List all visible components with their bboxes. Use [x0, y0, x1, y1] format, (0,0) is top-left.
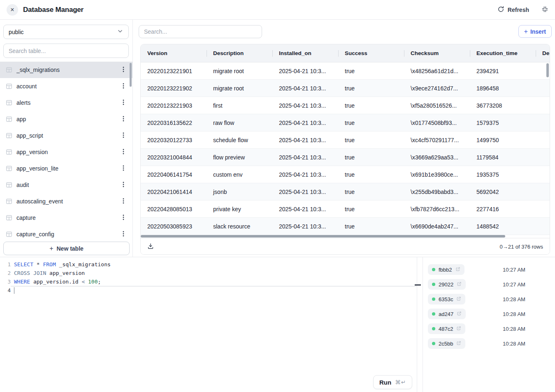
column-header[interactable]: Description — [207, 44, 272, 62]
download-button[interactable] — [147, 243, 154, 251]
kebab-icon — [123, 83, 124, 90]
table-row[interactable]: 20220320122733schedule flow2025-04-21 10… — [141, 131, 550, 149]
column-header[interactable]: Installed_on — [272, 44, 338, 62]
sidebar: public _sqlx_migrationsaccountalertsappa… — [0, 20, 133, 257]
schema-select-value: public — [9, 29, 24, 35]
history-run-pill[interactable]: 29022 — [428, 279, 466, 290]
column-header[interactable]: Version — [141, 44, 207, 62]
table-cell: 2025-04-21 10:3... — [272, 80, 338, 97]
table-cell: 20220123221903 — [141, 97, 207, 114]
sql-editor[interactable]: 1SELECT * FROM _sqlx_migrations2CROSS JO… — [0, 257, 417, 392]
table-menu-button[interactable] — [120, 65, 127, 75]
close-button[interactable]: × — [7, 4, 18, 16]
table-name: account — [16, 83, 116, 90]
code-line[interactable]: 1SELECT * FROM _sqlx_migrations — [0, 260, 417, 269]
schema-select[interactable]: public — [3, 25, 129, 39]
column-header[interactable]: Dele — [536, 44, 550, 62]
history-run-pill[interactable]: 2c5bb — [428, 338, 465, 349]
sidebar-item-table[interactable]: app_version_lite — [0, 160, 132, 177]
divider-grip[interactable] — [415, 284, 421, 286]
sidebar-item-table[interactable]: autoscaling_event — [0, 193, 132, 210]
table-row[interactable]: 20220321004844flow preview2025-04-21 10:… — [141, 149, 550, 166]
table-cell: 20220316135622 — [141, 114, 207, 131]
sql-token: FROM — [43, 261, 56, 267]
sidebar-item-table[interactable]: app — [0, 111, 132, 127]
history-run-pill[interactable]: fbbb2 — [428, 264, 464, 275]
sql-token — [85, 279, 88, 285]
code-line[interactable]: 3WHERE app_version.id < 100; — [0, 277, 417, 286]
table-menu-button[interactable] — [120, 148, 127, 157]
table-cell: 2025-04-21 10:3... — [272, 166, 338, 183]
table-name: capture_config — [16, 231, 116, 238]
history-run-pill[interactable]: 487c2 — [428, 323, 465, 334]
new-table-button[interactable]: + New table — [3, 242, 130, 255]
sidebar-item-table[interactable]: app_version — [0, 144, 132, 160]
table-row[interactable]: 20220406141754custom env2025-04-21 10:3.… — [141, 166, 550, 183]
table-menu-button[interactable] — [120, 164, 127, 173]
table-name: capture — [16, 214, 116, 221]
collapse-button[interactable] — [541, 6, 548, 14]
column-label: Description — [213, 50, 244, 56]
table-menu-button[interactable] — [120, 131, 127, 141]
table-menu-button[interactable] — [120, 197, 127, 206]
history-run-pill[interactable]: ad247 — [428, 309, 466, 319]
table-menu-button[interactable] — [120, 82, 127, 91]
status-dot — [432, 268, 435, 271]
table-cell: flow preview — [207, 149, 272, 166]
table-row[interactable]: 20220123221902migrate root2025-04-21 10:… — [141, 80, 550, 97]
table-cell: slack resource — [207, 218, 272, 235]
table-cell: true — [338, 149, 404, 166]
insert-button[interactable]: + Insert — [518, 25, 552, 38]
table-menu-button[interactable] — [120, 230, 127, 239]
table-cell: 1179584 — [470, 149, 536, 166]
table-menu-button[interactable] — [120, 213, 127, 223]
code-line[interactable]: 4 — [0, 286, 417, 295]
history-run-pill[interactable]: 6353c — [428, 294, 465, 304]
table-row[interactable]: 20220421061414jsonb2025-04-21 10:3...tru… — [141, 183, 550, 201]
column-header[interactable]: Execution_time — [470, 44, 536, 62]
sidebar-item-table[interactable]: audit — [0, 177, 132, 193]
sql-token: 100 — [88, 279, 98, 285]
sidebar-item-table[interactable]: account — [0, 78, 132, 95]
code-line[interactable]: 2CROSS JOIN app_version — [0, 269, 417, 277]
table-row[interactable]: 20220123221901migrate root2025-04-21 10:… — [141, 62, 550, 80]
table-cell: 2025-04-21 10:3... — [272, 131, 338, 148]
table-icon — [6, 83, 12, 90]
table-menu-button[interactable] — [120, 98, 127, 108]
table-cell: 1896458 — [470, 80, 536, 97]
search-input[interactable] — [139, 25, 262, 38]
table-menu-button[interactable] — [120, 180, 127, 190]
table-cell: 2025-04-21 10:3... — [272, 183, 338, 200]
collapse-icon — [541, 6, 548, 14]
sidebar-item-table[interactable]: _sqlx_migrations — [0, 62, 132, 78]
table-cell: 1488542 — [470, 218, 536, 235]
horizontal-scrollbar-thumb[interactable] — [141, 235, 505, 238]
table-menu-button[interactable] — [120, 115, 127, 124]
refresh-button[interactable]: Refresh — [497, 6, 529, 14]
history-run-id: 6353c — [439, 296, 453, 302]
table-row[interactable]: 20220316135622raw flow2025-04-21 10:3...… — [141, 114, 550, 131]
column-header[interactable]: Success — [338, 44, 404, 62]
kebab-icon — [123, 181, 124, 189]
column-header[interactable]: Checksum — [404, 44, 470, 62]
horizontal-scrollbar[interactable] — [141, 235, 550, 238]
table-name: audit — [16, 182, 116, 188]
sidebar-item-table[interactable]: capture — [0, 210, 132, 226]
table-cell: migrate root — [207, 62, 272, 79]
table-row[interactable]: 20220503085923slack resource2025-04-21 1… — [141, 218, 550, 235]
sidebar-scrollbar[interactable] — [130, 63, 132, 87]
table-cell: true — [338, 201, 404, 217]
vertical-scrollbar[interactable] — [546, 63, 549, 77]
run-button[interactable]: Run ⌘↵ — [373, 375, 412, 389]
sidebar-item-table[interactable]: alerts — [0, 95, 132, 111]
table-cell — [536, 97, 550, 114]
table-row[interactable]: 20220428085013private key2025-04-21 10:3… — [141, 201, 550, 218]
table-cell: 1499750 — [470, 131, 536, 148]
line-number: 4 — [0, 286, 11, 295]
sidebar-item-table[interactable]: app_script — [0, 127, 132, 144]
column-separator — [536, 50, 536, 57]
run-label: Run — [379, 379, 391, 386]
sidebar-item-table[interactable]: capture_config — [0, 226, 132, 242]
table-row[interactable]: 20220123221903first2025-04-21 10:3...tru… — [141, 97, 550, 114]
table-search-input[interactable] — [3, 44, 129, 58]
